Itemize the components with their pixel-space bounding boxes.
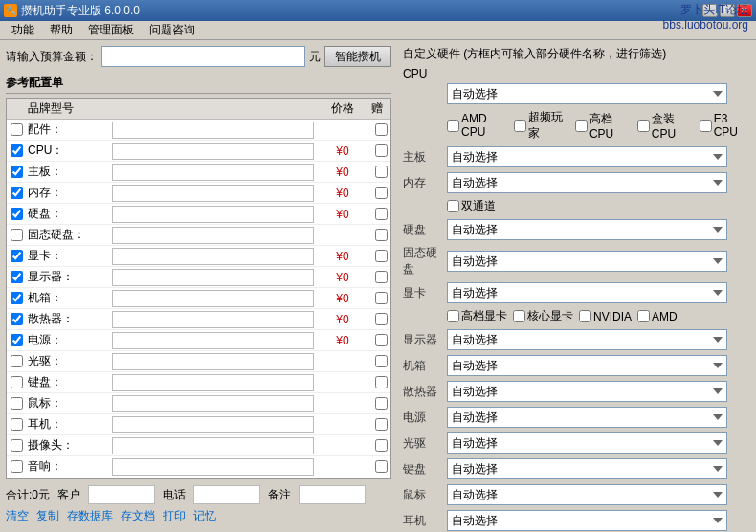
row-check-7[interactable]: [11, 271, 23, 283]
row-name-14: 耳机：: [26, 416, 112, 432]
title-bar: 🔧 攒机助手专业版 6.0.0.0 ─ □ ✕: [0, 0, 756, 21]
memory-select[interactable]: 自动选择: [447, 172, 727, 193]
row-extra-check-13[interactable]: [375, 397, 388, 410]
row-check-8[interactable]: [11, 292, 23, 304]
monitor-select[interactable]: 自动选择: [447, 329, 727, 350]
row-brand-input-3[interactable]: [112, 185, 314, 202]
psu-select[interactable]: 自动选择: [447, 407, 727, 428]
row-extra-check-6[interactable]: [375, 250, 388, 262]
phone-input[interactable]: [193, 485, 260, 504]
row-check-4[interactable]: [11, 208, 23, 220]
row-brand-input-0[interactable]: [112, 122, 314, 139]
row-extra-check-8[interactable]: [375, 292, 388, 304]
row-brand-input-8[interactable]: [112, 290, 314, 307]
row-check-9[interactable]: [11, 313, 23, 325]
check-nvidia[interactable]: [579, 310, 591, 322]
row-brand-input-13[interactable]: [112, 395, 314, 412]
check-e3-cpu[interactable]: [700, 120, 712, 132]
row-check-14[interactable]: [11, 418, 23, 431]
row-brand-input-2[interactable]: [112, 164, 314, 181]
check-amd-gpu[interactable]: [637, 310, 650, 322]
clear-button[interactable]: 清空: [6, 508, 29, 524]
row-brand-input-10[interactable]: [112, 332, 314, 349]
row-check-6[interactable]: [11, 250, 23, 262]
row-check-15[interactable]: [11, 439, 23, 452]
check-amd-cpu[interactable]: [447, 120, 459, 132]
optical-select[interactable]: 自动选择: [447, 432, 727, 454]
mainboard-select[interactable]: 自动选择: [447, 146, 727, 167]
row-brand-input-15[interactable]: [112, 437, 314, 454]
customer-input[interactable]: [88, 485, 155, 504]
note-input[interactable]: [299, 485, 366, 504]
row-check-0[interactable]: [11, 123, 23, 136]
row-check-13[interactable]: [11, 397, 23, 410]
row-extra-check-2[interactable]: [375, 166, 388, 178]
check-boxed-cpu[interactable]: [637, 120, 650, 132]
table-head-row: 品牌型号 价格 赠: [7, 99, 390, 120]
row-brand-input-14[interactable]: [112, 416, 314, 433]
check-highend-gpu[interactable]: [447, 310, 459, 322]
row-check-5[interactable]: [11, 229, 23, 241]
keyboard-select[interactable]: 自动选择: [447, 458, 727, 479]
row-check-12[interactable]: [11, 376, 23, 388]
row-brand-input-4[interactable]: [112, 206, 314, 223]
row-brand-input-17[interactable]: [112, 479, 314, 480]
row-extra-check-0[interactable]: [375, 123, 388, 136]
cpu-select[interactable]: 自动选择: [447, 83, 727, 104]
save-doc-button[interactable]: 存文档: [121, 508, 155, 524]
row-brand-input-12[interactable]: [112, 374, 314, 391]
row-brand-input-16[interactable]: [112, 458, 314, 476]
mouse-select[interactable]: 自动选择: [447, 484, 727, 505]
memory-button[interactable]: 记忆: [193, 508, 216, 524]
table-row: 机箱： ¥0: [7, 288, 390, 309]
row-brand-input-5[interactable]: [112, 227, 314, 244]
menu-function[interactable]: 功能: [4, 20, 42, 40]
gpu-checkbox-row: 高档显卡 核心显卡 NVIDIA AMD: [403, 308, 750, 324]
cooler-select[interactable]: 自动选择: [447, 381, 727, 402]
row-extra-check-15[interactable]: [375, 439, 388, 452]
row-brand-input-1[interactable]: [112, 143, 314, 160]
row-extra-check-14[interactable]: [375, 418, 388, 431]
menu-help[interactable]: 帮助: [42, 20, 80, 40]
menu-admin[interactable]: 管理面板: [80, 20, 142, 40]
hdd-select[interactable]: 自动选择: [447, 219, 727, 240]
check-dual-channel[interactable]: [447, 200, 459, 212]
case-select[interactable]: 自动选择: [447, 355, 727, 376]
row-extra-check-16[interactable]: [375, 460, 388, 473]
row-extra-check-11[interactable]: [375, 355, 388, 367]
row-brand-input-6[interactable]: [112, 248, 314, 265]
row-brand-input-9[interactable]: [112, 311, 314, 328]
row-extra-check-9[interactable]: [375, 313, 388, 325]
row-brand-input-11[interactable]: [112, 353, 314, 370]
row-extra-check-10[interactable]: [375, 334, 388, 346]
row-extra-check-4[interactable]: [375, 208, 388, 220]
gpu-select[interactable]: 自动选择: [447, 282, 727, 303]
case-label: 机箱: [403, 358, 443, 374]
checkbox-amd-gpu: AMD: [637, 310, 678, 323]
budget-input[interactable]: [101, 46, 305, 67]
row-extra-check-1[interactable]: [375, 144, 388, 157]
check-overclock[interactable]: [514, 120, 526, 132]
app-title: 攒机助手专业版 6.0.0.0: [21, 3, 140, 19]
print-button[interactable]: 打印: [163, 508, 186, 524]
ssd-select[interactable]: 自动选择: [447, 251, 727, 272]
row-check-2[interactable]: [11, 166, 23, 178]
row-extra-check-7[interactable]: [375, 271, 388, 283]
row-extra-check-5[interactable]: [375, 229, 388, 241]
row-check-16[interactable]: [11, 460, 23, 473]
row-brand-input-7[interactable]: [112, 269, 314, 286]
menu-consult[interactable]: 问题咨询: [142, 20, 203, 40]
headphone-select[interactable]: 自动选择: [447, 510, 727, 531]
copy-button[interactable]: 复制: [36, 508, 59, 524]
check-highend-cpu[interactable]: [575, 120, 588, 132]
row-check-11[interactable]: [11, 355, 23, 367]
row-extra-check-12[interactable]: [375, 376, 388, 388]
save-db-button[interactable]: 存数据库: [67, 508, 113, 524]
smart-button[interactable]: 智能攒机: [324, 46, 391, 67]
check-igpu[interactable]: [513, 310, 525, 322]
table-row: 鼠标：: [7, 393, 390, 414]
row-check-1[interactable]: [11, 144, 23, 157]
row-check-3[interactable]: [11, 187, 23, 199]
row-extra-check-3[interactable]: [375, 187, 388, 199]
row-check-10[interactable]: [11, 334, 23, 346]
